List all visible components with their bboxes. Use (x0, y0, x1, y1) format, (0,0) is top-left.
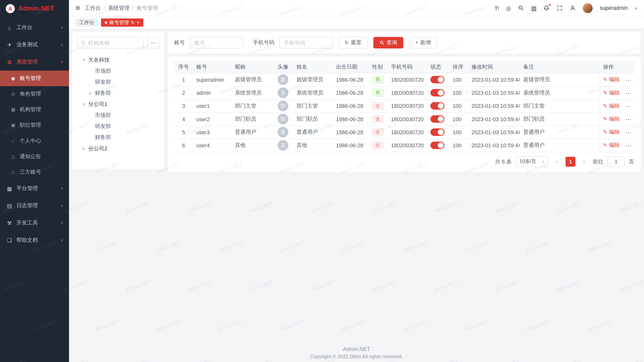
avatar[interactable] (583, 3, 593, 13)
cell-birth: 1986-06-28 (333, 99, 369, 112)
tab-label: 工作台 (79, 19, 94, 26)
org-search-input[interactable] (88, 40, 140, 46)
refresh-icon[interactable]: ↻ (131, 20, 135, 25)
tree-node[interactable]: 研发部 (78, 121, 159, 132)
tree-node[interactable]: 市场部 (78, 65, 159, 76)
status-toggle[interactable] (430, 76, 445, 83)
tree-node[interactable]: 研发部 (78, 76, 159, 87)
row-more-button[interactable]: ⋯ (625, 116, 631, 122)
theme-layout-icon[interactable]: ▧ (531, 5, 537, 11)
chevron-down-icon[interactable]: ∨ (635, 6, 637, 10)
tree-node[interactable]: ▾分公司1 (78, 99, 159, 110)
edit-button[interactable]: ✎编辑 (603, 115, 620, 123)
status-toggle[interactable] (430, 142, 445, 149)
cell-index: 4 (174, 112, 193, 125)
user-settings-icon[interactable] (570, 5, 576, 11)
tree-node[interactable]: ▸分公司2 (78, 143, 159, 154)
search-icon[interactable] (518, 5, 524, 11)
row-more-button[interactable]: ⋯ (625, 142, 631, 148)
sidebar: A Admin.NET ⌂工作台∨✈业务测试∨⚙系统管理∧◉账号管理◎角色管理▦… (0, 0, 69, 362)
org-search-box[interactable] (77, 37, 144, 49)
username[interactable]: superadmin (600, 5, 628, 11)
cell-index: 5 (174, 126, 193, 139)
tree-node[interactable]: 市场部 (78, 110, 159, 121)
sidebar-subitem-role[interactable]: ◎角色管理 (0, 86, 69, 102)
caret-right-icon[interactable]: ▸ (81, 146, 86, 151)
row-more-button[interactable]: ⋯ (625, 103, 631, 109)
current-page-button[interactable]: 1 (566, 157, 575, 166)
breadcrumb-item-workbench[interactable]: 工作台 (85, 4, 101, 12)
caret-down-icon[interactable]: ▾ (81, 58, 86, 62)
status-toggle[interactable] (430, 128, 445, 136)
app-logo[interactable]: A Admin.NET (0, 0, 69, 17)
sidebar-item-logs[interactable]: ▤日志管理∨ (0, 197, 69, 214)
status-toggle[interactable] (430, 115, 445, 123)
page-size-select[interactable]: 10条/页 ∨ (516, 156, 548, 167)
edit-button[interactable]: ✎编辑 (603, 142, 620, 149)
account-filter-label: 账号 (174, 39, 185, 46)
font-size-icon[interactable]: Tt (494, 5, 499, 11)
row-more-button[interactable]: ⋯ (625, 76, 631, 82)
tree-node[interactable]: ▾大名科技 (78, 54, 159, 65)
cell-ops: ✎编辑⋯ (600, 112, 634, 125)
edit-button[interactable]: ✎编辑 (603, 76, 620, 83)
sidebar-subitem-position[interactable]: ▣职位管理 (0, 117, 69, 133)
home-icon: ⌂ (6, 24, 13, 30)
cell-birth: 1986-06-28 (333, 126, 369, 139)
edit-button[interactable]: ✎编辑 (603, 128, 620, 136)
row-more-button[interactable]: ⋯ (625, 129, 631, 135)
row-more-button[interactable]: ⋯ (625, 90, 631, 96)
position-icon: ▣ (10, 122, 16, 128)
column-header-gender: 性别 (369, 61, 388, 73)
more-options-button[interactable]: ⋯ (147, 37, 159, 49)
goto-page-input[interactable] (608, 156, 625, 167)
edit-button[interactable]: ✎编辑 (603, 89, 620, 96)
cell-avatar: 部 (273, 112, 293, 125)
hamburger-menu-icon[interactable]: ≡ (75, 4, 80, 12)
breadcrumb-item-system[interactable]: 系统管理 (108, 4, 130, 12)
status-toggle[interactable] (430, 89, 445, 96)
prev-page-button[interactable]: ‹ (552, 158, 561, 164)
sidebar-item-devtools[interactable]: ⚒开发工具∨ (0, 214, 69, 232)
tab-workbench[interactable]: 工作台 (75, 18, 98, 27)
breadcrumb-separator: / (104, 5, 105, 11)
status-toggle[interactable] (430, 102, 445, 110)
avatar-badge: 普 (278, 127, 288, 137)
sidebar-item-system[interactable]: ⚙系统管理∧ (0, 53, 69, 71)
sidebar-subitem-third-account[interactable]: ◇三方账号 (0, 164, 69, 180)
role-icon: ◎ (10, 91, 16, 97)
cell-nickname: 其他 (232, 139, 273, 152)
sidebar-subitem-account[interactable]: ◉账号管理 (0, 71, 69, 86)
tree-node[interactable]: 财务部 (78, 132, 159, 143)
sidebar-subitem-org[interactable]: ▦机构管理 (0, 102, 69, 117)
phone-filter-input[interactable] (279, 37, 333, 49)
sidebar-item-platform[interactable]: ▦平台管理∨ (0, 180, 69, 197)
search-icon (81, 40, 86, 45)
tree-node[interactable]: ▸财务部 (78, 87, 159, 99)
avatar-badge: 部 (278, 114, 288, 124)
fullscreen-icon[interactable] (557, 5, 563, 11)
caret-right-icon[interactable]: ▸ (88, 91, 93, 95)
sidebar-item-business-test[interactable]: ✈业务测试∨ (0, 36, 69, 54)
cell-ops: ✎编辑⋯ (600, 99, 634, 112)
tab-account[interactable]: 账号管理↻× (101, 18, 143, 27)
edit-button-label: 编辑 (609, 142, 620, 149)
sidebar-subitem-profile[interactable]: ○个人中心 (0, 133, 69, 149)
bell-icon: △ (10, 154, 16, 159)
next-page-button[interactable]: › (580, 158, 589, 164)
reset-button[interactable]: ↻ 重置 (338, 37, 368, 49)
add-button[interactable]: + 新增 (409, 37, 437, 49)
notification-bell-icon[interactable] (544, 5, 550, 11)
sidebar-subitem-label: 机构管理 (20, 106, 41, 113)
globe-icon[interactable]: ◎ (506, 5, 511, 11)
search-button[interactable]: 查询 (373, 37, 403, 49)
sidebar-item-help[interactable]: ❏帮助文档∨ (0, 232, 69, 249)
close-icon[interactable]: × (137, 20, 140, 25)
caret-down-icon[interactable]: ▾ (81, 102, 86, 106)
edit-button[interactable]: ✎编辑 (603, 102, 620, 110)
sidebar-subitem-notice[interactable]: △通知公告 (0, 149, 69, 164)
cell-name: 部门职员 (293, 112, 333, 125)
sidebar-item-workbench[interactable]: ⌂工作台∨ (0, 19, 69, 36)
account-filter-input[interactable] (190, 37, 243, 49)
column-header-status: 状态 (427, 61, 449, 73)
